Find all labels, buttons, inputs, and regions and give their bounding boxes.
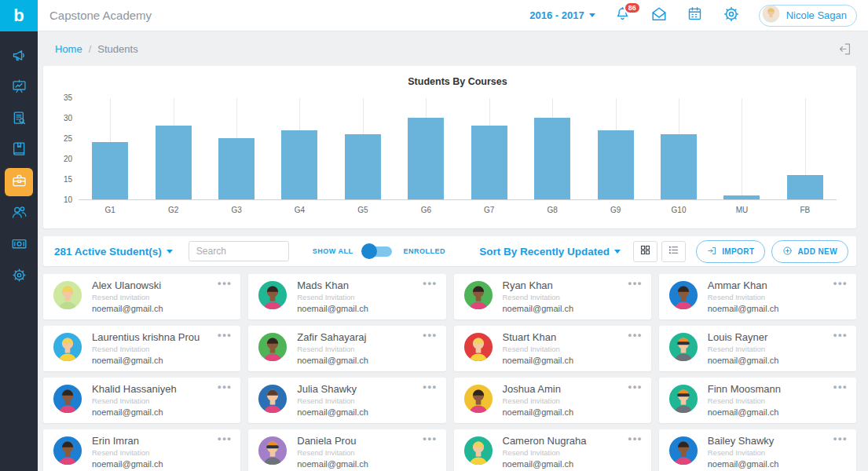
card-menu-button[interactable]: •••	[218, 381, 232, 392]
y-axis-tick: 15	[64, 175, 72, 184]
resend-invitation-link[interactable]: Resend Invitation	[92, 294, 163, 301]
student-card: Ammar Khan Resend Invitation noemail@gma…	[659, 274, 856, 319]
card-menu-button[interactable]: •••	[628, 329, 643, 341]
bar-G7[interactable]	[471, 126, 507, 199]
bar-G6[interactable]	[408, 118, 444, 199]
card-menu-button[interactable]: •••	[628, 381, 643, 392]
school-year-dropdown[interactable]: 2016 - 2017	[529, 9, 595, 21]
resend-invitation-link[interactable]: Resend Invitation	[503, 449, 587, 457]
sidebar-item-megaphone[interactable]	[5, 42, 33, 71]
sidebar-item-gear[interactable]	[5, 262, 33, 290]
megaphone-icon	[11, 47, 27, 67]
app-logo[interactable]: b	[0, 0, 38, 31]
resend-invitation-link[interactable]: Resend Invitation	[297, 397, 368, 405]
chart-plot-area	[79, 98, 837, 200]
card-menu-button[interactable]: •••	[423, 329, 437, 341]
sidebar-item-report[interactable]	[5, 105, 33, 133]
sidebar-item-briefcase[interactable]	[5, 168, 33, 196]
grid-view-button[interactable]	[633, 241, 657, 262]
card-menu-button[interactable]: •••	[833, 277, 848, 289]
calendar-button[interactable]	[687, 7, 704, 24]
card-menu-button[interactable]: •••	[423, 433, 437, 444]
enrolled-label[interactable]: ENROLLED	[403, 247, 445, 255]
x-axis-label: G7	[458, 206, 521, 214]
bar-G10[interactable]	[661, 134, 697, 199]
breadcrumb-home-link[interactable]: Home	[55, 43, 82, 55]
bar-G4[interactable]	[281, 130, 317, 199]
show-all-label[interactable]: SHOW ALL	[313, 247, 353, 255]
exit-fullscreen-icon[interactable]	[837, 42, 852, 57]
bar-G1[interactable]	[92, 142, 128, 199]
active-students-dropdown[interactable]: 281 Active Student(s)	[54, 246, 173, 257]
bar-G3[interactable]	[218, 138, 255, 199]
students-toolbar: 281 Active Student(s) SHOW ALL ENROLLED …	[43, 236, 856, 266]
resend-invitation-link[interactable]: Resend Invitation	[708, 345, 779, 353]
card-menu-button[interactable]: •••	[833, 329, 848, 341]
main-area: Home / Students Students By Courses 1015…	[38, 31, 868, 471]
resend-invitation-link[interactable]: Resend Invitation	[708, 449, 779, 457]
resend-invitation-link[interactable]: Resend Invitation	[92, 397, 177, 405]
resend-invitation-link[interactable]: Resend Invitation	[92, 345, 200, 353]
student-email: noemail@gmail.ch	[708, 408, 781, 417]
list-view-button[interactable]	[661, 241, 686, 262]
student-name: Daniela Prou	[297, 436, 368, 446]
bar-G2[interactable]	[156, 126, 192, 199]
student-avatar	[463, 436, 493, 469]
resend-invitation-link[interactable]: Resend Invitation	[503, 397, 574, 405]
resend-invitation-link[interactable]: Resend Invitation	[297, 345, 368, 353]
student-avatar	[258, 332, 288, 365]
student-name: Bailey Shawky	[708, 436, 779, 446]
bar-G5[interactable]	[345, 134, 381, 199]
resend-invitation-link[interactable]: Resend Invitation	[708, 294, 779, 301]
card-menu-button[interactable]: •••	[423, 381, 437, 392]
bar-G9[interactable]	[598, 130, 634, 199]
toggle-knob[interactable]	[361, 243, 377, 259]
resend-invitation-link[interactable]: Resend Invitation	[503, 345, 574, 353]
card-menu-button[interactable]: •••	[218, 277, 232, 289]
student-email: noemail@gmail.ch	[92, 305, 163, 313]
resend-invitation-link[interactable]: Resend Invitation	[92, 449, 163, 457]
sidebar-item-book[interactable]	[5, 137, 33, 165]
student-email: noemail@gmail.ch	[708, 460, 779, 469]
messages-button[interactable]	[650, 7, 668, 24]
card-menu-button[interactable]: •••	[423, 277, 437, 289]
resend-invitation-link[interactable]: Resend Invitation	[708, 397, 781, 405]
bar-FB[interactable]	[787, 175, 823, 199]
student-email: noemail@gmail.ch	[503, 305, 574, 313]
search-input[interactable]	[189, 241, 289, 261]
student-avatar	[668, 436, 698, 469]
notifications-button[interactable]: 86	[614, 7, 632, 24]
sort-dropdown[interactable]: Sort By Recently Updated	[479, 246, 621, 257]
school-year-label: 2016 - 2017	[529, 9, 584, 21]
student-name: Erin Imran	[92, 436, 163, 446]
card-menu-button[interactable]: •••	[218, 329, 232, 341]
student-card: Zafir Sahayaraj Resend Invitation noemai…	[248, 326, 445, 371]
card-menu-button[interactable]: •••	[218, 433, 232, 444]
sidebar-item-presentation-board[interactable]	[5, 74, 33, 102]
card-menu-button[interactable]: •••	[833, 381, 848, 392]
student-email: noemail@gmail.ch	[708, 305, 779, 313]
resend-invitation-link[interactable]: Resend Invitation	[297, 294, 368, 301]
x-axis-label: G10	[647, 206, 710, 214]
briefcase-icon	[11, 173, 27, 192]
add-new-button[interactable]: ADD NEW	[771, 240, 848, 263]
grid-view-icon	[639, 244, 651, 259]
user-menu-button[interactable]: Nicole Sagan	[759, 5, 857, 27]
sidebar-item-users[interactable]	[5, 199, 33, 228]
card-menu-button[interactable]: •••	[628, 277, 643, 289]
sidebar-item-money[interactable]	[5, 231, 33, 259]
student-avatar	[53, 384, 82, 417]
student-name: Stuart Khan	[503, 332, 574, 342]
student-name: Cameron Nugraha	[503, 436, 587, 446]
chart-column	[647, 98, 710, 199]
card-menu-button[interactable]: •••	[833, 433, 848, 444]
resend-invitation-link[interactable]: Resend Invitation	[297, 449, 368, 457]
import-button[interactable]: IMPORT	[696, 240, 765, 263]
bar-MU[interactable]	[723, 195, 760, 199]
student-avatar	[53, 332, 82, 365]
card-menu-button[interactable]: •••	[628, 433, 643, 444]
settings-button[interactable]	[723, 7, 740, 24]
resend-invitation-link[interactable]: Resend Invitation	[503, 294, 574, 301]
enrolled-toggle[interactable]	[364, 246, 392, 257]
bar-G8[interactable]	[534, 118, 570, 199]
